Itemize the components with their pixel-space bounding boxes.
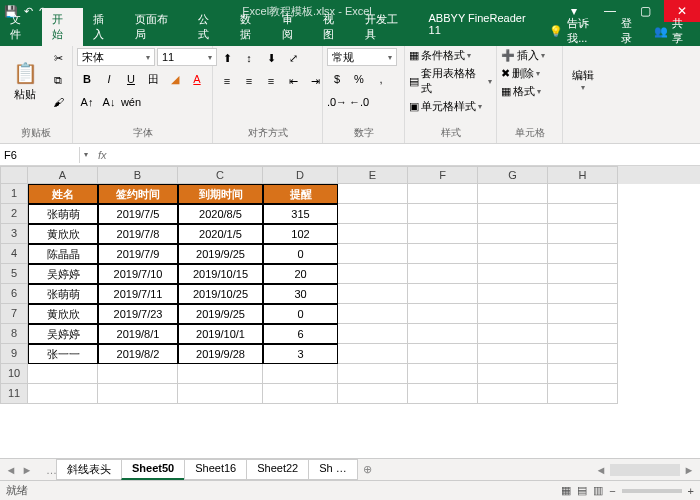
comma-icon[interactable]: , bbox=[371, 69, 391, 89]
decimal-dec-icon[interactable]: ←.0 bbox=[349, 92, 369, 112]
cell[interactable]: 6 bbox=[263, 324, 338, 344]
italic-button[interactable]: I bbox=[99, 69, 119, 89]
underline-button[interactable]: U bbox=[121, 69, 141, 89]
share-button[interactable]: 共享 bbox=[672, 16, 694, 46]
font-size-select[interactable]: 11▾ bbox=[157, 48, 217, 66]
cell[interactable] bbox=[408, 344, 478, 364]
cell[interactable] bbox=[548, 224, 618, 244]
cell[interactable] bbox=[98, 384, 178, 404]
row-header[interactable]: 5 bbox=[0, 264, 28, 284]
column-header[interactable]: A bbox=[28, 166, 98, 184]
cell[interactable]: 0 bbox=[263, 304, 338, 324]
cell[interactable] bbox=[408, 324, 478, 344]
view-page-icon[interactable]: ▤ bbox=[577, 484, 587, 497]
align-center-icon[interactable]: ≡ bbox=[239, 71, 259, 91]
cell[interactable]: 吴婷婷 bbox=[28, 264, 98, 284]
conditional-format-button[interactable]: ▦条件格式▾ bbox=[409, 48, 471, 63]
cell[interactable] bbox=[478, 344, 548, 364]
cell[interactable] bbox=[338, 264, 408, 284]
sheet-tab[interactable]: Sheet16 bbox=[184, 459, 247, 480]
cell[interactable] bbox=[478, 384, 548, 404]
cell[interactable]: 2019/9/25 bbox=[178, 244, 263, 264]
insert-cells-button[interactable]: ➕插入▾ bbox=[501, 48, 545, 63]
row-header[interactable]: 7 bbox=[0, 304, 28, 324]
cell[interactable] bbox=[548, 364, 618, 384]
sheet-nav-next-icon[interactable]: ► bbox=[20, 464, 34, 476]
font-color-button[interactable]: A bbox=[187, 69, 207, 89]
cell[interactable]: 3 bbox=[263, 344, 338, 364]
row-header[interactable]: 8 bbox=[0, 324, 28, 344]
column-header[interactable]: F bbox=[408, 166, 478, 184]
align-middle-icon[interactable]: ↕ bbox=[239, 48, 259, 68]
cell[interactable]: 签约时间 bbox=[98, 184, 178, 204]
cell[interactable]: 2019/9/28 bbox=[178, 344, 263, 364]
cell[interactable] bbox=[408, 224, 478, 244]
cell[interactable] bbox=[263, 364, 338, 384]
cell[interactable]: 102 bbox=[263, 224, 338, 244]
cell[interactable]: 2019/7/8 bbox=[98, 224, 178, 244]
view-break-icon[interactable]: ▥ bbox=[593, 484, 603, 497]
tab-插入[interactable]: 插入 bbox=[83, 8, 125, 46]
hscroll-track[interactable] bbox=[610, 464, 680, 476]
cell[interactable]: 20 bbox=[263, 264, 338, 284]
cell[interactable] bbox=[28, 384, 98, 404]
cell[interactable]: 黄欣欣 bbox=[28, 224, 98, 244]
percent-icon[interactable]: % bbox=[349, 69, 369, 89]
cell[interactable] bbox=[178, 364, 263, 384]
row-header[interactable]: 11 bbox=[0, 384, 28, 404]
cell[interactable] bbox=[548, 344, 618, 364]
phonetic-icon[interactable]: wén bbox=[121, 92, 141, 112]
cell[interactable]: 2019/7/11 bbox=[98, 284, 178, 304]
cell[interactable] bbox=[178, 384, 263, 404]
tab-文件[interactable]: 文件 bbox=[0, 8, 42, 46]
cell[interactable] bbox=[548, 264, 618, 284]
sheet-tab[interactable]: 斜线表头 bbox=[56, 459, 122, 480]
zoom-in-icon[interactable]: + bbox=[688, 485, 694, 497]
cell[interactable] bbox=[263, 384, 338, 404]
number-format-select[interactable]: 常规▾ bbox=[327, 48, 397, 66]
cell[interactable] bbox=[478, 304, 548, 324]
hscroll-left-icon[interactable]: ◄ bbox=[594, 464, 608, 476]
cell[interactable] bbox=[478, 184, 548, 204]
cell[interactable] bbox=[408, 284, 478, 304]
sheet-tab[interactable]: Sheet22 bbox=[246, 459, 309, 480]
cell[interactable]: 2020/1/5 bbox=[178, 224, 263, 244]
indent-inc-icon[interactable]: ⇥ bbox=[305, 71, 325, 91]
cell[interactable]: 2020/8/5 bbox=[178, 204, 263, 224]
fx-icon[interactable]: fx bbox=[92, 149, 113, 161]
cell[interactable] bbox=[548, 384, 618, 404]
cell[interactable] bbox=[478, 264, 548, 284]
cell[interactable] bbox=[548, 284, 618, 304]
cell[interactable]: 315 bbox=[263, 204, 338, 224]
cell[interactable] bbox=[478, 244, 548, 264]
cell[interactable]: 提醒 bbox=[263, 184, 338, 204]
bold-button[interactable]: B bbox=[77, 69, 97, 89]
orientation-icon[interactable]: ⤢ bbox=[283, 48, 303, 68]
cell[interactable] bbox=[408, 244, 478, 264]
cell[interactable] bbox=[548, 244, 618, 264]
select-all-corner[interactable] bbox=[0, 166, 28, 184]
cell[interactable] bbox=[548, 324, 618, 344]
cell[interactable]: 2019/7/10 bbox=[98, 264, 178, 284]
row-header[interactable]: 10 bbox=[0, 364, 28, 384]
column-header[interactable]: E bbox=[338, 166, 408, 184]
cell[interactable] bbox=[408, 184, 478, 204]
cell[interactable] bbox=[478, 364, 548, 384]
cell[interactable]: 2019/7/9 bbox=[98, 244, 178, 264]
cell[interactable] bbox=[28, 364, 98, 384]
cell[interactable]: 2019/10/1 bbox=[178, 324, 263, 344]
table-format-button[interactable]: ▤套用表格格式▾ bbox=[409, 66, 492, 96]
row-header[interactable]: 9 bbox=[0, 344, 28, 364]
formula-input[interactable] bbox=[113, 144, 700, 165]
cell[interactable] bbox=[478, 284, 548, 304]
currency-icon[interactable]: $ bbox=[327, 69, 347, 89]
hscroll-right-icon[interactable]: ► bbox=[682, 464, 696, 476]
tab-ABBYY FineReader 11[interactable]: ABBYY FineReader 11 bbox=[419, 8, 550, 46]
tab-公式[interactable]: 公式 bbox=[188, 8, 230, 46]
cell[interactable] bbox=[408, 304, 478, 324]
delete-cells-button[interactable]: ✖删除▾ bbox=[501, 66, 540, 81]
row-header[interactable]: 2 bbox=[0, 204, 28, 224]
fill-color-button[interactable]: ◢ bbox=[165, 69, 185, 89]
cell-styles-button[interactable]: ▣单元格样式▾ bbox=[409, 99, 482, 114]
cell[interactable]: 张萌萌 bbox=[28, 284, 98, 304]
